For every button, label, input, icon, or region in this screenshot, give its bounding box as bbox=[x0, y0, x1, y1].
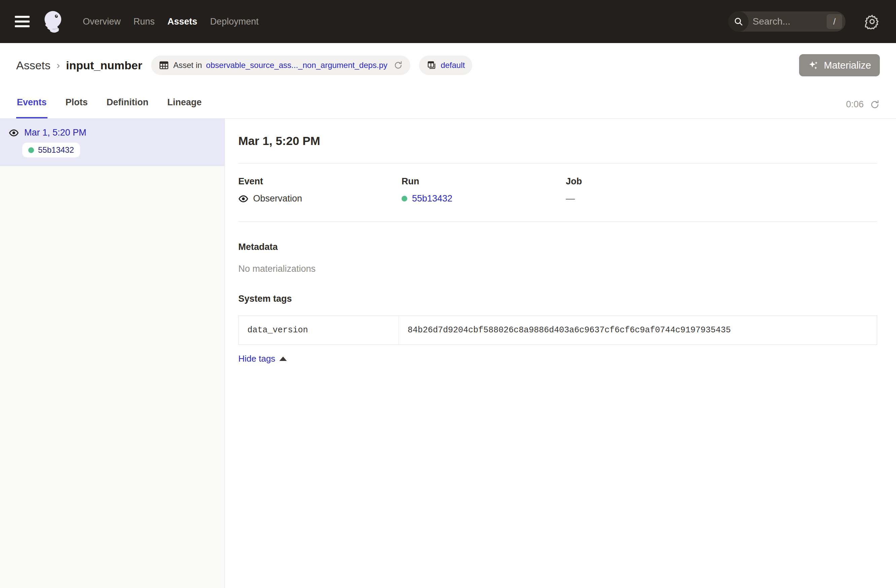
hide-tags-label: Hide tags bbox=[238, 354, 275, 364]
run-status-dot bbox=[402, 196, 407, 202]
search-icon bbox=[728, 11, 748, 32]
event-detail-title: Mar 1, 5:20 PM bbox=[238, 134, 877, 148]
tab-plots[interactable]: Plots bbox=[65, 87, 88, 119]
observation-eye-icon bbox=[238, 194, 248, 204]
event-column-label: Event bbox=[238, 176, 402, 187]
nav-item-overview[interactable]: Overview bbox=[83, 17, 121, 27]
tab-definition[interactable]: Definition bbox=[106, 87, 149, 119]
asset-in-label: Asset in bbox=[173, 61, 202, 70]
refresh-icon[interactable] bbox=[870, 100, 880, 109]
repo-location-chip: default bbox=[419, 56, 472, 75]
asset-tabs: Events Plots Definition Lineage bbox=[16, 87, 202, 119]
run-id-link[interactable]: 55b13432 bbox=[412, 193, 453, 204]
metadata-heading: Metadata bbox=[238, 242, 877, 252]
event-type-value: Observation bbox=[253, 193, 302, 204]
event-column: Event Observation bbox=[238, 176, 402, 204]
materialize-button-label: Materialize bbox=[824, 60, 871, 71]
refresh-timer: 0:06 bbox=[846, 99, 880, 119]
event-summary-columns: Event Observation Run 55b13432 Job bbox=[238, 176, 877, 204]
asset-header: Assets › input_number Asset in observabl… bbox=[0, 43, 896, 87]
asset-definition-chip: Asset in observable_source_ass..._non_ar… bbox=[151, 56, 410, 75]
reload-definition-icon[interactable] bbox=[393, 61, 403, 70]
metadata-empty-text: No materializations bbox=[238, 264, 877, 274]
primary-nav: Overview Runs Assets Deployment bbox=[83, 17, 259, 27]
breadcrumb-separator: › bbox=[56, 59, 60, 71]
observation-eye-icon bbox=[9, 128, 19, 138]
tag-key-cell: data_version bbox=[239, 316, 399, 345]
system-tags-table: data_version 84b26d7d9204cbf588026c8a988… bbox=[238, 316, 877, 345]
tab-events[interactable]: Events bbox=[16, 87, 47, 119]
run-column: Run 55b13432 bbox=[402, 176, 566, 204]
tab-lineage[interactable]: Lineage bbox=[167, 87, 202, 119]
events-content: Mar 1, 5:20 PM 55b13432 Mar 1, 5:20 PM E… bbox=[0, 119, 896, 588]
tag-value-cell: 84b26d7d9204cbf588026c8a9886d403a6c9637c… bbox=[399, 316, 877, 345]
repo-default-link[interactable]: default bbox=[440, 61, 465, 70]
global-search[interactable]: / bbox=[728, 11, 846, 32]
run-id-label: 55b13432 bbox=[38, 145, 74, 155]
materialize-button[interactable]: Materialize bbox=[799, 54, 880, 76]
refresh-countdown: 0:06 bbox=[846, 99, 864, 109]
nav-item-assets[interactable]: Assets bbox=[168, 17, 198, 27]
divider bbox=[238, 163, 877, 164]
table-row: data_version 84b26d7d9204cbf588026c8a988… bbox=[239, 316, 877, 345]
event-timestamp-link[interactable]: Mar 1, 5:20 PM bbox=[24, 128, 87, 138]
nav-item-deployment[interactable]: Deployment bbox=[210, 17, 259, 27]
table-icon bbox=[158, 60, 169, 71]
hamburger-menu-icon[interactable] bbox=[15, 16, 30, 27]
breadcrumb-assets-link[interactable]: Assets bbox=[16, 59, 50, 72]
nav-item-runs[interactable]: Runs bbox=[134, 17, 155, 27]
search-input[interactable] bbox=[748, 16, 827, 27]
page-title: input_number bbox=[66, 59, 142, 72]
asset-source-file-link[interactable]: observable_source_ass..._non_argument_de… bbox=[206, 61, 387, 70]
run-status-dot bbox=[28, 147, 34, 153]
sparkles-icon bbox=[808, 59, 819, 71]
event-detail-panel: Mar 1, 5:20 PM Event Observation Run 55b… bbox=[225, 119, 896, 588]
asset-tabs-row: Events Plots Definition Lineage 0:06 bbox=[0, 87, 896, 119]
event-list-item-selected[interactable]: Mar 1, 5:20 PM 55b13432 bbox=[0, 119, 224, 166]
dagster-logo-icon[interactable] bbox=[41, 8, 68, 35]
run-column-label: Run bbox=[402, 176, 566, 187]
job-column: Job — bbox=[566, 176, 877, 204]
job-empty-value: — bbox=[566, 193, 575, 204]
job-column-label: Job bbox=[566, 176, 877, 187]
system-tags-heading: System tags bbox=[238, 294, 877, 304]
divider bbox=[238, 221, 877, 222]
hide-tags-toggle[interactable]: Hide tags bbox=[238, 354, 287, 364]
caret-up-icon bbox=[279, 357, 287, 361]
repo-icon bbox=[427, 60, 437, 70]
settings-gear-icon[interactable] bbox=[864, 14, 880, 29]
top-nav-bar: Overview Runs Assets Deployment / bbox=[0, 0, 896, 43]
event-list-sidebar: Mar 1, 5:20 PM 55b13432 bbox=[0, 119, 225, 588]
search-shortcut-badge: / bbox=[827, 14, 842, 29]
event-run-pill[interactable]: 55b13432 bbox=[22, 143, 80, 157]
breadcrumb: Assets › input_number bbox=[16, 59, 142, 72]
